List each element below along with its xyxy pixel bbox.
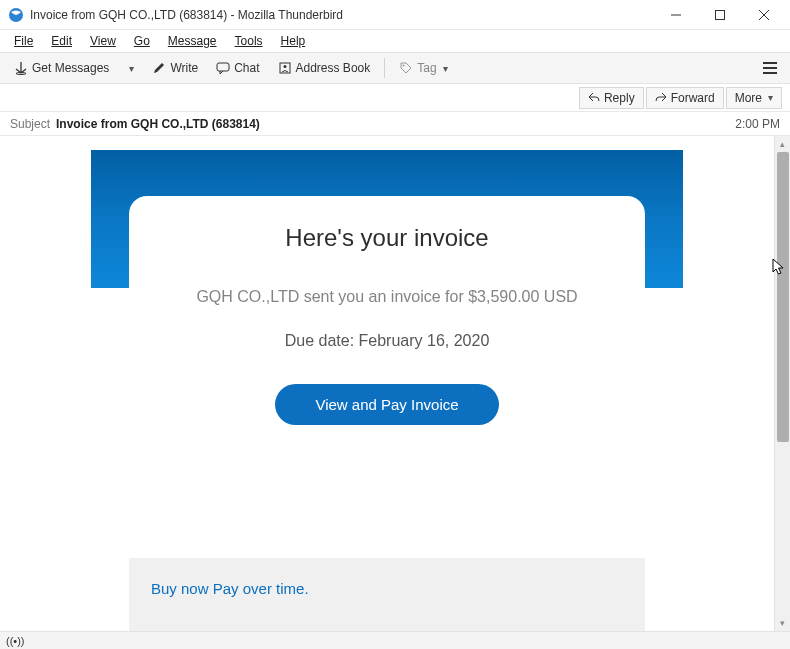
chat-icon [216, 61, 230, 75]
tag-icon [399, 61, 413, 75]
scroll-thumb[interactable] [777, 152, 789, 442]
invoice-card: Here's your invoice GQH CO.,LTD sent you… [129, 196, 645, 425]
forward-label: Forward [671, 91, 715, 105]
menubar: File Edit View Go Message Tools Help [0, 30, 790, 52]
svg-point-8 [283, 65, 286, 68]
toolbar-separator [384, 58, 385, 78]
view-pay-invoice-button[interactable]: View and Pay Invoice [275, 384, 498, 425]
scroll-down-button[interactable]: ▾ [775, 615, 790, 631]
address-book-label: Address Book [296, 61, 371, 75]
hamburger-icon [763, 62, 777, 74]
message-actionbar: Reply Forward More ▾ [0, 84, 790, 112]
svg-point-9 [403, 65, 405, 67]
menu-go[interactable]: Go [126, 32, 158, 50]
window-titlebar: Invoice from GQH CO.,LTD (683814) - Mozi… [0, 0, 790, 30]
tag-label: Tag [417, 61, 436, 75]
forward-button[interactable]: Forward [646, 87, 724, 109]
thunderbird-icon [8, 7, 24, 23]
address-book-icon [278, 61, 292, 75]
received-time: 2:00 PM [735, 117, 780, 131]
svg-rect-2 [716, 10, 725, 19]
reply-icon [588, 91, 600, 105]
promo-text[interactable]: Buy now Pay over time. [151, 580, 309, 597]
more-button[interactable]: More ▾ [726, 87, 782, 109]
minimize-button[interactable] [654, 0, 698, 30]
hamburger-menu-button[interactable] [756, 54, 784, 82]
menu-message[interactable]: Message [160, 32, 225, 50]
pencil-icon [152, 61, 166, 75]
invoice-due-date: Due date: February 16, 2020 [153, 332, 621, 350]
invoice-heading: Here's your invoice [153, 224, 621, 252]
reply-button[interactable]: Reply [579, 87, 644, 109]
address-book-button[interactable]: Address Book [270, 57, 379, 79]
vertical-scrollbar[interactable]: ▴ ▾ [774, 136, 790, 631]
subject-label: Subject [10, 117, 50, 131]
window-title: Invoice from GQH CO.,LTD (683814) - Mozi… [30, 8, 343, 22]
email-container: Here's your invoice GQH CO.,LTD sent you… [91, 150, 683, 631]
main-toolbar: Get Messages ▾ Write Chat Address Book T… [0, 52, 790, 84]
online-status-icon[interactable]: ((•)) [6, 635, 25, 647]
forward-icon [655, 91, 667, 105]
promo-box: Buy now Pay over time. [129, 558, 645, 631]
tag-button[interactable]: Tag ▾ [391, 57, 455, 79]
subject-value: Invoice from GQH CO.,LTD (683814) [56, 117, 260, 131]
get-messages-button[interactable]: Get Messages [6, 57, 117, 79]
invoice-summary: GQH CO.,LTD sent you an invoice for $3,5… [153, 288, 621, 306]
menu-edit[interactable]: Edit [43, 32, 80, 50]
more-label: More [735, 91, 762, 105]
chat-label: Chat [234, 61, 259, 75]
write-label: Write [170, 61, 198, 75]
subject-bar: Subject Invoice from GQH CO.,LTD (683814… [0, 112, 790, 136]
write-button[interactable]: Write [144, 57, 206, 79]
reply-label: Reply [604, 91, 635, 105]
scroll-up-button[interactable]: ▴ [775, 136, 790, 152]
svg-rect-6 [217, 63, 229, 71]
close-button[interactable] [742, 0, 786, 30]
menu-tools[interactable]: Tools [227, 32, 271, 50]
download-icon [14, 61, 28, 75]
chat-button[interactable]: Chat [208, 57, 267, 79]
message-body: Here's your invoice GQH CO.,LTD sent you… [0, 136, 774, 631]
maximize-button[interactable] [698, 0, 742, 30]
get-messages-label: Get Messages [32, 61, 109, 75]
menu-file[interactable]: File [6, 32, 41, 50]
get-messages-dropdown[interactable]: ▾ [119, 59, 142, 78]
menu-view[interactable]: View [82, 32, 124, 50]
menu-help[interactable]: Help [273, 32, 314, 50]
statusbar: ((•)) [0, 631, 790, 649]
